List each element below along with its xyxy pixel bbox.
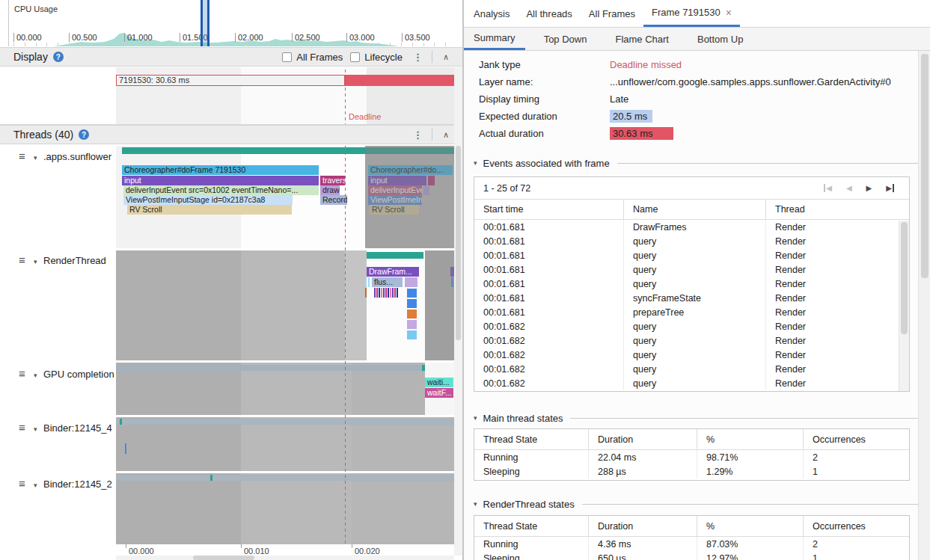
trace-event-bar[interactable]	[407, 330, 417, 339]
tab-all-threads[interactable]: All threads	[518, 0, 580, 27]
table-row[interactable]: 00:01.682 query Render	[474, 319, 909, 333]
help-icon[interactable]: ?	[79, 129, 89, 140]
previous-page-icon[interactable]: ◀	[846, 184, 852, 192]
trace-event-bar[interactable]: RV Scroll	[127, 205, 292, 215]
tab-analysis[interactable]: Analysis	[465, 0, 518, 27]
column-header[interactable]: Name	[624, 200, 766, 219]
trace-event-bar[interactable]: ViewPostImeInputStage id=0x2187c3a8	[123, 195, 293, 205]
column-header[interactable]: Occurrences	[804, 516, 909, 536]
trace-event-micro-bars[interactable]	[374, 288, 398, 298]
subtab-summary[interactable]: Summary	[464, 28, 525, 50]
table-row[interactable]: 00:01.682 query Render	[474, 376, 909, 390]
collapse-triangle-icon[interactable]: ▾	[34, 425, 37, 433]
trace-event-bar[interactable]	[407, 289, 417, 298]
table-row[interactable]: 00:01.681 query Render	[474, 262, 909, 277]
column-header[interactable]: %	[697, 516, 804, 536]
first-page-icon[interactable]: ◀	[824, 184, 832, 192]
trace-event-bar[interactable]	[407, 310, 417, 319]
thread-state-running-tick[interactable]	[422, 365, 425, 371]
column-header[interactable]: Start time	[474, 200, 624, 219]
lifecycle-checkbox[interactable]	[350, 52, 360, 62]
collapse-triangle-icon[interactable]: ▾	[34, 258, 37, 265]
trace-event-bar[interactable]: deliverInputEvent src=0x1002 eventTimeNa…	[123, 185, 319, 195]
thread-state-running-bar[interactable]	[367, 252, 423, 259]
horizontal-scrollbar-thumb[interactable]	[193, 556, 254, 560]
column-header[interactable]: %	[697, 429, 804, 449]
thread-track-label[interactable]: RenderThread	[43, 255, 106, 266]
column-header[interactable]: Thread State	[474, 429, 589, 449]
trace-event-bar[interactable]: DrawFram...	[367, 267, 419, 277]
trace-event-bar[interactable]: flus...	[372, 277, 403, 287]
help-icon[interactable]: ?	[53, 52, 64, 62]
trace-event-bar[interactable]	[407, 299, 417, 308]
trace-event-tick[interactable]	[125, 443, 126, 454]
all-frames-checkbox[interactable]	[282, 52, 292, 62]
trace-event-bar[interactable]: waiti...	[425, 378, 453, 387]
trace-event-bar[interactable]: input	[122, 176, 319, 185]
trace-event-bar[interactable]	[407, 320, 417, 329]
table-row[interactable]: 00:01.681 query Render	[474, 234, 909, 248]
janky-frame-bar-overrun[interactable]	[345, 75, 454, 86]
tab-frame-7191530[interactable]: Frame 7191530 ×	[643, 0, 740, 27]
next-page-icon[interactable]: ▶	[866, 184, 872, 192]
track-drag-handle-icon[interactable]: ≡	[19, 369, 25, 378]
column-header[interactable]: Thread	[766, 200, 909, 219]
lifecycle-checkbox-label[interactable]: Lifecycle	[364, 52, 403, 63]
last-page-icon[interactable]: ▶	[886, 184, 894, 192]
horizontal-scrollbar[interactable]	[116, 556, 454, 560]
tab-all-frames[interactable]: All Frames	[581, 0, 643, 27]
subtab-top-down[interactable]: Top Down	[534, 28, 597, 50]
thread-track-label[interactable]: Binder:12145_4	[43, 422, 112, 434]
cpu-usage-minimap[interactable]: CPU Usage 00.000 00.500 01.000 01.500 02…	[8, 0, 454, 46]
column-header[interactable]: Occurrences	[804, 429, 909, 449]
column-header[interactable]: Duration	[589, 516, 697, 536]
track-drag-handle-icon[interactable]: ≡	[19, 423, 25, 432]
display-collapse-icon[interactable]: ∧	[443, 52, 449, 62]
table-row[interactable]: 00:01.682 query Render	[474, 348, 909, 362]
events-table-scrollbar-thumb[interactable]	[901, 222, 908, 334]
display-more-options-icon[interactable]: ⋮	[413, 52, 423, 63]
column-header[interactable]: Thread State	[474, 516, 589, 536]
subtab-bottom-up[interactable]: Bottom Up	[688, 28, 753, 50]
subtab-flame-chart[interactable]: Flame Chart	[605, 28, 679, 50]
track-drag-handle-icon[interactable]: ≡	[19, 256, 25, 265]
thread-state-sleeping-bar[interactable]	[116, 475, 454, 481]
track-drag-handle-icon[interactable]: ≡	[19, 152, 25, 161]
table-row[interactable]: 00:01.682 query Render	[474, 333, 909, 348]
panel-vertical-scrollbar-thumb[interactable]	[921, 54, 929, 278]
trace-event-bar[interactable]: Choreographer#doFrame 7191530	[122, 165, 319, 175]
vertical-scrollbar[interactable]	[454, 67, 462, 556]
track-drag-handle-icon[interactable]: ≡	[19, 479, 25, 488]
thread-track-label[interactable]: .apps.sunflower	[43, 151, 111, 162]
table-row[interactable]: 00:01.681 DrawFrames Render	[474, 220, 909, 234]
table-row[interactable]: 00:01.681 query Render	[474, 248, 909, 262]
collapse-triangle-icon[interactable]: ▾	[34, 154, 37, 161]
thread-state-sleeping-bar[interactable]	[116, 365, 422, 371]
thread-state-sleeping-bar[interactable]	[116, 419, 454, 425]
thread-track-label[interactable]: GPU completion	[43, 369, 114, 380]
table-row[interactable]: 00:01.681 query Render	[474, 277, 909, 291]
thread-state-running-tick[interactable]	[210, 475, 212, 481]
column-header[interactable]: Duration	[589, 429, 697, 449]
trace-event-bar[interactable]: draw	[320, 185, 340, 195]
events-table-scrollbar[interactable]	[899, 221, 909, 392]
trace-event-bar[interactable]: Record ...	[320, 195, 347, 205]
janky-frame-bar[interactable]: 7191530: 30.63 ms	[116, 75, 345, 86]
close-tab-icon[interactable]: ×	[726, 7, 732, 19]
collapse-triangle-icon[interactable]: ▾	[474, 414, 477, 422]
panel-vertical-scrollbar[interactable]	[918, 51, 930, 560]
collapse-triangle-icon[interactable]: ▾	[474, 500, 477, 508]
collapse-triangle-icon[interactable]: ▾	[474, 159, 477, 167]
thread-state-running-tick[interactable]	[120, 419, 122, 425]
trace-event-bar[interactable]: waitF...	[425, 388, 453, 398]
collapse-triangle-icon[interactable]: ▾	[34, 372, 37, 379]
vertical-scrollbar-thumb[interactable]	[456, 146, 461, 340]
thread-track-label[interactable]: Binder:12145_2	[43, 479, 112, 490]
collapse-triangle-icon[interactable]: ▾	[34, 481, 37, 489]
range-selection-handle[interactable]	[201, 0, 209, 46]
table-row[interactable]: 00:01.681 prepareTree Render	[474, 305, 909, 319]
all-frames-checkbox-label[interactable]: All Frames	[296, 52, 343, 63]
threads-more-options-icon[interactable]: ⋮	[413, 129, 423, 141]
table-row[interactable]: 00:01.682 query Render	[474, 362, 909, 376]
table-row[interactable]: 00:01.681 syncFrameState Render	[474, 291, 909, 305]
